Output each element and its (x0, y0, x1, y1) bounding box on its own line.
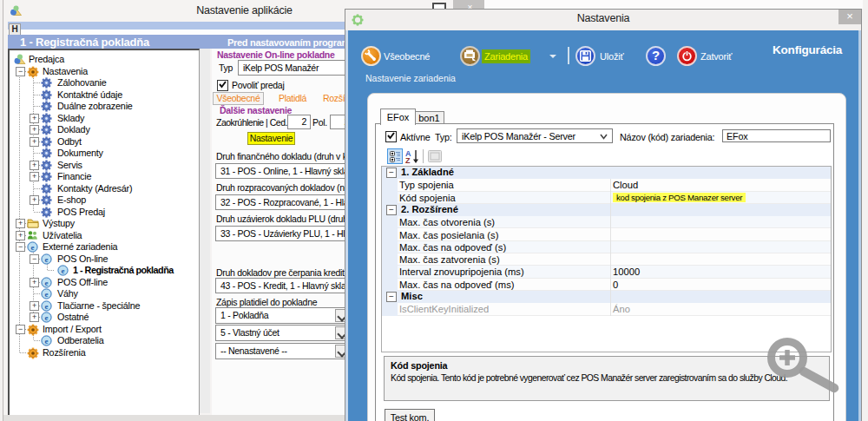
svg-text:e: e (31, 243, 35, 252)
svg-text:e: e (45, 302, 49, 311)
svg-text:e: e (45, 290, 49, 299)
svg-text:e: e (45, 255, 49, 264)
svg-text:e: e (45, 337, 49, 345)
svg-text:e: e (62, 266, 65, 275)
svg-text:e: e (45, 313, 49, 322)
svg-text:e: e (45, 279, 49, 287)
